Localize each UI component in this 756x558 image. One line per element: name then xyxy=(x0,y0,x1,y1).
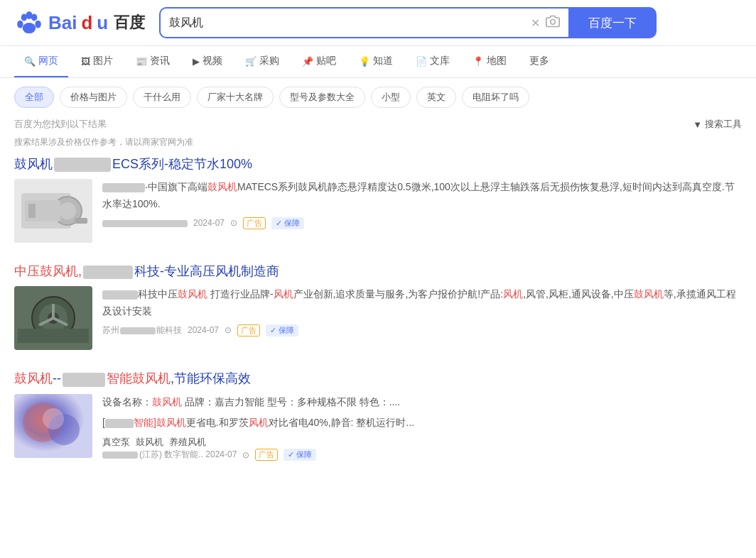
svg-point-5 xyxy=(26,11,32,19)
guarantee-check-icon-2: ✓ xyxy=(270,326,276,335)
result-3-tags: 真空泵 鼓风机 养殖风机 xyxy=(102,436,742,449)
filter-bar: 全部 价格与图片 干什么用 厂家十大名牌 型号及参数大全 小型 英文 电阻坏了吗 xyxy=(0,78,756,116)
result-count-text: 百度为您找到以下结果 xyxy=(14,118,107,131)
svg-point-0 xyxy=(23,23,36,33)
result-3-time-icon: ⊙ xyxy=(242,450,249,460)
result-3-text: 设备名称：鼓风机 品牌：嘉吉力智能 型号：多种规格不限 特色：.... [ 智能… xyxy=(102,394,742,461)
image-icon: 🖼 xyxy=(81,56,90,67)
svg-point-10 xyxy=(59,202,76,219)
result-info: 百度为您找到以下结果 ▼ 搜索工具 xyxy=(0,116,756,136)
tab-zhidao[interactable]: 💡 知道 xyxy=(349,46,403,77)
webpage-icon: 🔍 xyxy=(24,56,36,67)
result-2-text: 科技中压鼓风机 打造行业品牌-风机产业创新,追求质量与服务,为客户报价护航!产品… xyxy=(102,286,742,337)
camera-icon[interactable] xyxy=(546,14,560,32)
tab-wenku-label: 文库 xyxy=(430,55,450,67)
price-notice: 搜索结果涉及价格仅作参考，请以商家官网为准 xyxy=(0,136,756,155)
result-1-meta: 2024-07 ⊙ 广告 ✓ 保障 xyxy=(102,217,742,229)
tab-news[interactable]: 📰 资讯 xyxy=(126,46,180,77)
filter-icon: ▼ xyxy=(693,119,702,130)
purchase-icon: 🛒 xyxy=(245,56,256,67)
results-container: 鼓风机 ECS系列-稳定节水100% ·中国旗下高端鼓风机MATECS xyxy=(0,155,756,461)
result-3-site: (江苏) 数字智能.. 2024-07 xyxy=(102,449,237,461)
svg-rect-13 xyxy=(75,218,87,224)
news-icon: 📰 xyxy=(136,56,147,67)
result-3-ad-badge: 广告 xyxy=(255,449,278,461)
baidu-paw-icon xyxy=(14,8,44,38)
result-title-2[interactable]: 中压鼓风机, 科技-专业高压风机制造商 xyxy=(14,263,742,280)
search-tool-button[interactable]: ▼ 搜索工具 xyxy=(693,118,742,131)
tab-image[interactable]: 🖼 图片 xyxy=(71,46,123,77)
result-2-site: 苏州 能科技 xyxy=(102,324,182,337)
baidu-logo: Baidu 百度 xyxy=(14,8,145,38)
svg-rect-12 xyxy=(28,204,36,218)
result-3-desc-line2: [ 智能]鼓风机更省电.和罗茨风机对比省电40%,静音: 整机运行时... xyxy=(102,415,742,432)
result-2-guarantee: ✓ 保障 xyxy=(266,324,298,337)
wenku-icon: 📄 xyxy=(416,56,427,67)
result-3-thumbnail xyxy=(14,394,92,458)
result-1-title-blurred xyxy=(54,158,111,172)
search-input-wrapper: ✕ xyxy=(159,7,568,38)
result-1-time-icon: ⊙ xyxy=(230,218,237,228)
tag-blower[interactable]: 鼓风机 xyxy=(136,436,163,449)
result-3-title-dash: -- xyxy=(53,371,61,385)
filter-all[interactable]: 全部 xyxy=(14,87,54,108)
guarantee-check-icon: ✓ xyxy=(276,219,282,228)
filter-small[interactable]: 小型 xyxy=(371,87,411,108)
result-1-guarantee: ✓ 保障 xyxy=(271,217,304,229)
tab-video[interactable]: ▶ 视频 xyxy=(183,46,232,77)
result-1-title-part2: ECS系列-稳定节水100% xyxy=(112,157,252,171)
tab-purchase[interactable]: 🛒 采购 xyxy=(235,46,289,77)
result-3-title-highlight2: 智能鼓风机 xyxy=(107,371,171,385)
result-1-desc: ·中国旗下高端鼓风机MATECS系列鼓风机静态悬浮精度达0.5微米,100次以上… xyxy=(102,179,742,213)
tab-image-label: 图片 xyxy=(93,55,113,67)
logo-u-text: u xyxy=(97,12,108,34)
tieba-icon: 📌 xyxy=(302,56,313,67)
filter-usage[interactable]: 干什么用 xyxy=(133,87,191,108)
tag-vacuum[interactable]: 真空泵 xyxy=(102,436,130,449)
logo-du-text: d xyxy=(81,12,92,34)
nav-tabs: 🔍 网页 🖼 图片 📰 资讯 ▶ 视频 🛒 采购 📌 贴吧 💡 知道 📄 文库 … xyxy=(0,46,756,78)
result-1-title-part1: 鼓风机 xyxy=(14,157,53,171)
tab-webpage[interactable]: 🔍 网页 xyxy=(14,46,68,77)
filter-resistor[interactable]: 电阻坏了吗 xyxy=(462,87,529,108)
result-1-text: ·中国旗下高端鼓风机MATECS系列鼓风机静态悬浮精度达0.5微米,100次以上… xyxy=(102,179,742,229)
tab-video-label: 视频 xyxy=(202,55,222,67)
result-2-time-icon: ⊙ xyxy=(225,325,232,335)
tab-wenku[interactable]: 📄 文库 xyxy=(406,46,460,77)
result-title-1[interactable]: 鼓风机 ECS系列-稳定节水100% xyxy=(14,155,742,173)
tab-map-label: 地图 xyxy=(487,55,507,67)
result-1-date: 2024-07 xyxy=(193,218,225,228)
tab-map[interactable]: 📍 地图 xyxy=(463,46,517,77)
result-1-body: ·中国旗下高端鼓风机MATECS系列鼓风机静态悬浮精度达0.5微米,100次以上… xyxy=(14,179,742,243)
guarantee-check-icon-3: ✓ xyxy=(288,450,294,459)
machine2-image xyxy=(14,286,92,350)
svg-point-6 xyxy=(551,19,556,24)
result-title-3[interactable]: 鼓风机-- 智能鼓风机,节能环保高效 xyxy=(14,370,742,388)
result-2-date: 2024-07 xyxy=(188,325,219,335)
machine3-image xyxy=(14,394,92,458)
result-3-body: 设备名称：鼓风机 品牌：嘉吉力智能 型号：多种规格不限 特色：.... [ 智能… xyxy=(14,394,742,461)
tab-more-label: 更多 xyxy=(529,55,549,67)
header: Baidu 百度 ✕ 百度一下 xyxy=(0,0,756,46)
search-bar: ✕ 百度一下 xyxy=(159,7,657,38)
result-2-title-highlight: 中压鼓风机, xyxy=(14,264,82,278)
tab-tieba-label: 贴吧 xyxy=(316,55,336,67)
tab-tieba[interactable]: 📌 贴吧 xyxy=(292,46,346,77)
tab-more[interactable]: 更多 xyxy=(519,46,559,77)
filter-brands[interactable]: 厂家十大名牌 xyxy=(197,87,274,108)
result-item: 鼓风机-- 智能鼓风机,节能环保高效 xyxy=(14,370,742,461)
search-input[interactable] xyxy=(169,16,531,29)
tab-purchase-label: 采购 xyxy=(259,55,279,67)
tag-farm-fan[interactable]: 养殖风机 xyxy=(169,436,206,449)
filter-models[interactable]: 型号及参数大全 xyxy=(279,87,365,108)
result-2-thumbnail xyxy=(14,286,92,350)
search-button[interactable]: 百度一下 xyxy=(568,7,657,38)
result-2-title-blurred xyxy=(83,266,133,280)
result-2-desc: 科技中压鼓风机 打造行业品牌-风机产业创新,追求质量与服务,为客户报价护航!产品… xyxy=(102,286,742,320)
filter-english[interactable]: 英文 xyxy=(416,87,456,108)
result-1-site xyxy=(102,218,188,228)
filter-price-image[interactable]: 价格与图片 xyxy=(60,87,127,108)
clear-icon[interactable]: ✕ xyxy=(531,16,540,30)
result-1-ad-badge: 广告 xyxy=(243,217,266,229)
result-item: 中压鼓风机, 科技-专业高压风机制造商 科技中压鼓 xyxy=(14,263,742,350)
